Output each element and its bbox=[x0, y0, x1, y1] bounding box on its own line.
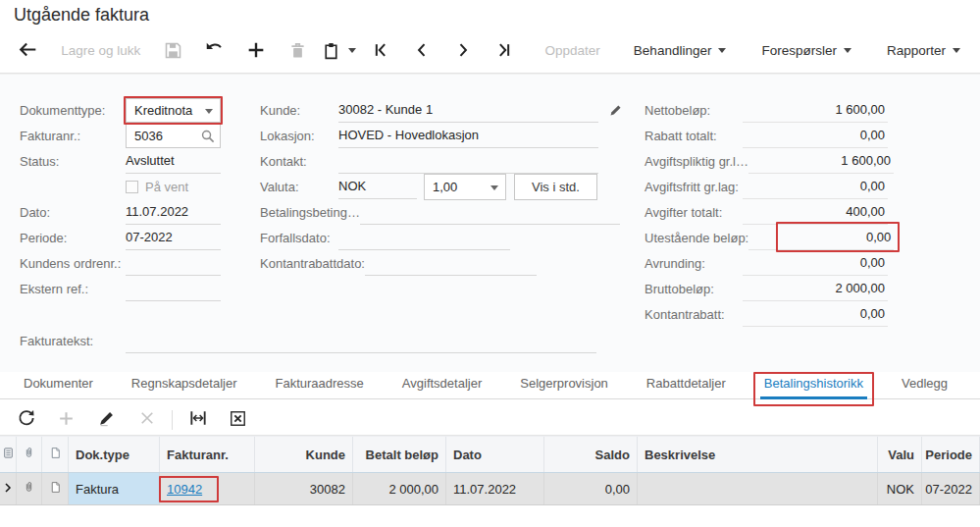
cell-periode[interactable]: 07-2022 bbox=[922, 473, 980, 504]
first-record-button[interactable] bbox=[360, 33, 401, 67]
cell-dato[interactable]: 11.07.2022 bbox=[446, 473, 544, 504]
field-fakturanr-lookup[interactable]: 5036 bbox=[126, 124, 221, 148]
back-button[interactable] bbox=[8, 33, 49, 67]
field-label: Status: bbox=[20, 154, 126, 169]
grid-delete-row-button[interactable] bbox=[127, 405, 167, 435]
tab-regnskapsdetaljer[interactable]: Regnskapsdetaljer bbox=[129, 376, 239, 398]
field-value: 0,00 bbox=[860, 179, 885, 193]
grid-refresh-button[interactable] bbox=[6, 405, 46, 435]
col-header-saldo[interactable]: Saldo bbox=[544, 437, 638, 472]
col-header-betalt_belop[interactable]: Betalt beløp bbox=[353, 437, 446, 472]
chevron-down-icon bbox=[718, 48, 726, 53]
field-fakturatekst[interactable] bbox=[126, 329, 596, 353]
cell-dok_type[interactable]: Faktura bbox=[69, 473, 160, 504]
tab-selgerprovisjon[interactable]: Selgerprovisjon bbox=[518, 376, 610, 398]
add-button[interactable] bbox=[235, 33, 277, 67]
field-valuta-currency[interactable]: NOK bbox=[338, 175, 417, 199]
paperclip-icon bbox=[23, 447, 35, 462]
field-kunde[interactable]: 30082 - Kunde 1 bbox=[338, 98, 598, 123]
form-column-middle: Kunde:30082 - Kunde 1Lokasjon:HOVED - Ho… bbox=[260, 97, 643, 276]
invoice-number-link[interactable]: 10942 bbox=[167, 482, 202, 497]
form-row: Kunde:30082 - Kunde 1 bbox=[260, 97, 643, 123]
undo-button[interactable] bbox=[194, 33, 235, 67]
next-record-button[interactable] bbox=[442, 33, 484, 67]
tab-rabattdetaljer[interactable]: Rabattdetaljer bbox=[645, 376, 728, 398]
field-label: Valuta: bbox=[260, 180, 338, 194]
chevron-down-icon bbox=[953, 48, 960, 53]
field-value: 400,00 bbox=[846, 204, 885, 219]
form-row: Dokumenttype:Kreditnota bbox=[20, 97, 255, 123]
field-label: Kunde: bbox=[260, 103, 338, 118]
detail-tabs: DokumenterRegnskapsdetaljerFakturaadress… bbox=[0, 372, 980, 399]
fit-columns-button[interactable] bbox=[178, 405, 218, 435]
delete-button[interactable] bbox=[277, 33, 318, 67]
pa-vent-checkbox[interactable] bbox=[126, 181, 138, 193]
col-header-periode[interactable]: Periode bbox=[922, 437, 980, 472]
paperclip-icon bbox=[23, 481, 35, 497]
export-to-excel-button[interactable] bbox=[218, 405, 258, 435]
tab-dokumenter[interactable]: Dokumenter bbox=[22, 376, 95, 398]
field-periode[interactable]: 07-2022 bbox=[126, 226, 221, 250]
edit-pencil-icon[interactable] bbox=[608, 103, 623, 118]
field-avgiftsfritt-grunnlag: 0,00 bbox=[743, 175, 888, 199]
menu-label: Behandlinger bbox=[634, 43, 712, 58]
cell-beskrivelse[interactable] bbox=[638, 473, 878, 504]
cell-attachment[interactable] bbox=[17, 473, 42, 504]
chevron-down-icon bbox=[348, 48, 356, 53]
tab-betalingshistorikk[interactable]: Betalingshistorikk bbox=[762, 376, 865, 398]
tab-label: Avgiftsdetaljer bbox=[402, 376, 482, 391]
checkbox-label: På vent bbox=[145, 180, 188, 194]
last-record-button[interactable] bbox=[484, 33, 525, 67]
field-value: 11.07.2022 bbox=[126, 204, 188, 219]
form-row: Dato:11.07.2022 bbox=[20, 199, 255, 225]
field-lokasjon[interactable]: HOVED - Hovedlokasjon bbox=[338, 124, 598, 148]
tab-label: Rabattdetaljer bbox=[646, 376, 726, 391]
col-header-fakturanr[interactable]: Fakturanr. bbox=[160, 437, 255, 472]
tab-label: Vedlegg bbox=[902, 376, 948, 391]
valuta-rate-select[interactable]: 1,00 bbox=[424, 174, 506, 200]
summary-row: Nettobeløp:1 600,00 bbox=[645, 97, 900, 123]
grid-header-row: Dok.typeFakturanr.KundeBetalt beløpDatoS… bbox=[0, 436, 980, 473]
field-kontantrabattdato[interactable] bbox=[365, 251, 537, 276]
previous-record-button[interactable] bbox=[401, 33, 442, 67]
field-kundens-ordrenr[interactable] bbox=[126, 251, 221, 276]
field-dato[interactable]: 11.07.2022 bbox=[126, 200, 221, 225]
copy-paste-button[interactable] bbox=[318, 33, 359, 67]
cell-valuta[interactable]: NOK bbox=[878, 473, 922, 504]
refresh-record-button[interactable]: Oppdater bbox=[534, 33, 612, 67]
row-selector-chevron-icon bbox=[2, 482, 14, 497]
field-kontakt[interactable] bbox=[338, 149, 598, 174]
field-dokumenttype-select[interactable]: Kreditnota bbox=[126, 98, 221, 123]
cell-saldo[interactable]: 0,00 bbox=[544, 473, 638, 504]
col-header-valuta[interactable]: Valu bbox=[878, 437, 922, 472]
col-header-beskrivelse[interactable]: Beskrivelse bbox=[638, 437, 878, 472]
cell-doc[interactable] bbox=[42, 473, 69, 504]
grid-edit-row-button[interactable] bbox=[86, 405, 127, 435]
grid-add-row-button[interactable] bbox=[46, 405, 86, 435]
field-ekstern-ref[interactable] bbox=[126, 277, 221, 301]
tab-avgiftsdetaljer[interactable]: Avgiftsdetaljer bbox=[400, 376, 484, 398]
col-header-dok_type[interactable]: Dok.type bbox=[69, 437, 160, 472]
vis-i-std-button[interactable]: Vis i std. bbox=[514, 174, 597, 200]
field-label: Kontantrabattdato: bbox=[260, 256, 365, 271]
cell-selector[interactable] bbox=[0, 473, 17, 504]
behandlinger-menu-button[interactable]: Behandlinger bbox=[622, 33, 739, 67]
rapporter-menu-button[interactable]: Rapporter bbox=[875, 33, 972, 67]
cell-kunde[interactable]: 30082 bbox=[255, 473, 353, 504]
tab-fakturaadresse[interactable]: Fakturaadresse bbox=[274, 376, 366, 398]
col-header-kunde[interactable]: Kunde bbox=[255, 437, 353, 472]
cell-betalt_belop[interactable]: 2 000,00 bbox=[353, 473, 446, 504]
chevron-down-icon bbox=[490, 185, 498, 190]
col-header-dato[interactable]: Dato bbox=[446, 437, 544, 472]
save-button[interactable] bbox=[152, 33, 193, 67]
save-and-close-button[interactable]: Lagre og lukk bbox=[49, 33, 152, 67]
field-value: Avsluttet bbox=[126, 153, 175, 168]
cell-fakturanr[interactable]: 10942 bbox=[160, 473, 255, 504]
field-betalingsbetingelser[interactable] bbox=[360, 200, 620, 225]
field-forfallsdato[interactable] bbox=[338, 226, 510, 250]
tab-vedlegg[interactable]: Vedlegg bbox=[900, 376, 950, 398]
field-label: Kontakt: bbox=[260, 154, 338, 169]
foresporsler-menu-button[interactable]: Forespørsler bbox=[749, 33, 863, 67]
table-row[interactable]: Faktura10942300822 000,0011.07.20220,00N… bbox=[0, 473, 980, 505]
col-header-selector bbox=[0, 437, 17, 472]
